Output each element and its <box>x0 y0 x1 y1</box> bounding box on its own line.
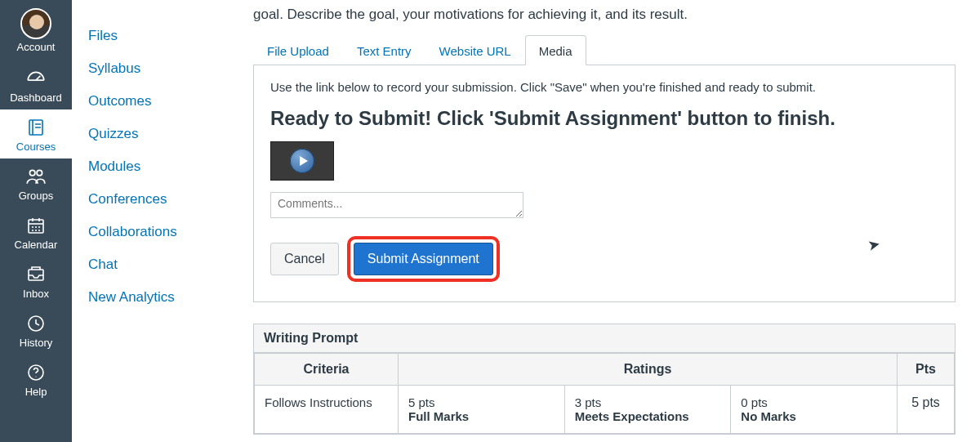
submit-highlight: Submit Assignment <box>347 236 500 282</box>
groups-icon <box>24 165 47 188</box>
dashboard-icon <box>24 67 47 90</box>
nav-dashboard-label: Dashboard <box>10 92 62 104</box>
courses-icon <box>24 116 47 139</box>
cnav-outcomes[interactable]: Outcomes <box>85 85 230 118</box>
svg-point-7 <box>35 376 36 377</box>
cnav-collaborations[interactable]: Collaborations <box>85 216 230 248</box>
nav-courses[interactable]: Courses <box>0 109 72 158</box>
tab-file-upload[interactable]: File Upload <box>253 35 343 65</box>
nav-calendar[interactable]: Calendar <box>0 208 72 257</box>
inbox-icon <box>24 263 47 286</box>
rubric-hdr-criteria: Criteria <box>255 354 399 386</box>
cnav-files[interactable]: Files <box>85 20 230 52</box>
nav-calendar-label: Calendar <box>15 239 58 251</box>
cnav-syllabus[interactable]: Syllabus <box>85 52 230 85</box>
rubric-row: Follows Instructions 5 pts Full Marks 3 … <box>255 386 955 434</box>
panel-hint: Use the link below to record your submis… <box>270 80 938 94</box>
media-recording-thumbnail[interactable] <box>270 141 334 181</box>
main-content: goal. Describe the goal, your motivation… <box>245 0 964 435</box>
nav-history-label: History <box>20 337 52 349</box>
nav-inbox[interactable]: Inbox <box>0 257 72 306</box>
cnav-modules[interactable]: Modules <box>85 150 230 183</box>
nav-account-label: Account <box>17 41 56 53</box>
nav-account[interactable]: Account <box>0 0 72 60</box>
rubric-rating-full[interactable]: 5 pts Full Marks <box>399 386 565 434</box>
svg-point-1 <box>29 170 35 176</box>
rubric-total: 5 pts <box>898 386 955 434</box>
nav-groups[interactable]: Groups <box>0 158 72 208</box>
cnav-new-analytics[interactable]: New Analytics <box>85 281 230 314</box>
submit-assignment-button[interactable]: Submit Assignment <box>354 243 493 275</box>
rubric-title: Writing Prompt <box>254 324 955 353</box>
nav-courses-label: Courses <box>16 141 56 153</box>
history-icon <box>24 312 47 335</box>
cnav-conferences[interactable]: Conferences <box>85 183 230 216</box>
play-icon <box>290 149 314 173</box>
nav-dashboard[interactable]: Dashboard <box>0 60 72 109</box>
avatar <box>20 8 51 39</box>
nav-groups-label: Groups <box>19 190 54 202</box>
rubric-hdr-pts: Pts <box>898 354 955 386</box>
media-submission-panel: Use the link below to record your submis… <box>253 65 956 302</box>
action-row: Cancel Submit Assignment <box>270 236 938 282</box>
nav-history[interactable]: History <box>0 306 72 355</box>
tab-text-entry[interactable]: Text Entry <box>343 35 425 65</box>
rubric-hdr-ratings: Ratings <box>399 354 898 386</box>
submission-tabs: File Upload Text Entry Website URL Media <box>253 34 964 65</box>
global-nav: Account Dashboard Courses Groups Calenda… <box>0 0 72 442</box>
rubric-criteria: Follows Instructions <box>255 386 399 434</box>
rubric-table: Criteria Ratings Pts Follows Instruction… <box>254 353 955 434</box>
nav-help-label: Help <box>25 386 47 398</box>
tab-media[interactable]: Media <box>525 35 586 65</box>
nav-help[interactable]: Help <box>0 355 72 404</box>
rubric-rating-meets[interactable]: 3 pts Meets Expectations <box>564 386 731 434</box>
cnav-chat[interactable]: Chat <box>85 248 230 281</box>
tab-website-url[interactable]: Website URL <box>425 35 525 65</box>
nav-inbox-label: Inbox <box>23 288 49 300</box>
calendar-icon <box>24 214 47 237</box>
ready-heading: Ready to Submit! Click 'Submit Assignmen… <box>270 105 938 132</box>
assignment-description-tail: goal. Describe the goal, your motivation… <box>253 7 956 23</box>
rubric: Writing Prompt Criteria Ratings Pts Foll… <box>253 324 956 435</box>
comments-input[interactable] <box>270 192 523 218</box>
rubric-rating-none[interactable]: 0 pts No Marks <box>731 386 898 434</box>
cancel-button[interactable]: Cancel <box>270 243 339 275</box>
help-icon <box>24 361 47 384</box>
svg-point-2 <box>37 170 42 176</box>
course-nav: Pages Files Syllabus Outcomes Quizzes Mo… <box>72 0 243 442</box>
cnav-quizzes[interactable]: Quizzes <box>85 118 230 150</box>
